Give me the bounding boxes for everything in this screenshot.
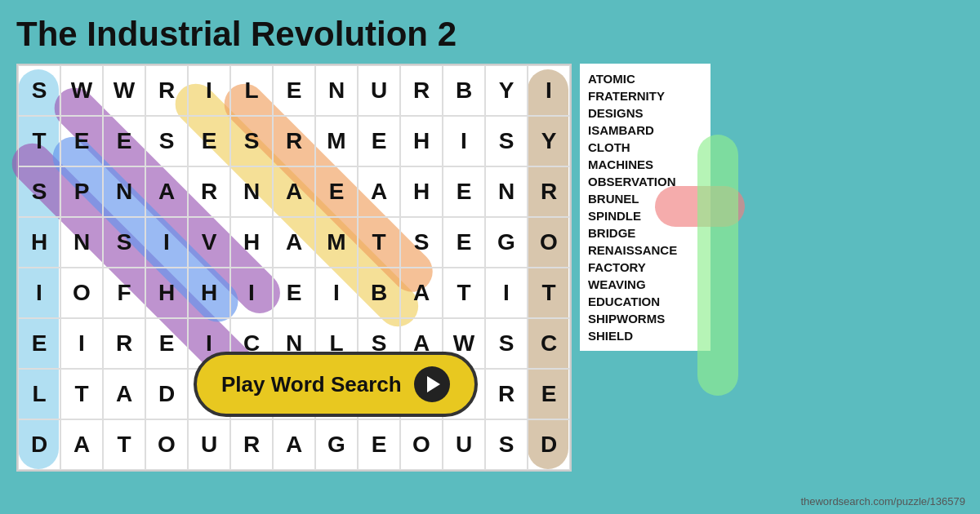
word-item-15: SHIELD — [588, 329, 702, 343]
cell-2-3: A — [145, 166, 188, 217]
cell-4-7: I — [315, 268, 358, 318]
word-item-4: CLOTH — [588, 140, 702, 154]
cell-6-12: E — [528, 369, 570, 419]
cell-7-2: T — [103, 419, 145, 470]
cell-4-6: E — [273, 268, 315, 318]
cell-7-4: U — [188, 419, 230, 470]
highlight-green-vertical — [697, 135, 738, 396]
cell-3-11: G — [485, 217, 528, 268]
word-item-5: MACHINES — [588, 157, 702, 171]
cell-3-8: T — [358, 217, 400, 268]
cell-1-4: E — [188, 116, 230, 166]
cell-6-3: D — [145, 369, 188, 419]
cell-4-4: H — [188, 268, 230, 318]
word-item-3: ISAMBARD — [588, 123, 702, 137]
footer-url: thewordsearch.com/puzzle/136579 — [800, 495, 965, 507]
cell-4-8: B — [358, 268, 400, 318]
cell-6-0: L — [18, 369, 60, 419]
cell-2-2: N — [103, 166, 145, 217]
cell-1-7: M — [315, 116, 358, 166]
cell-0-8: U — [358, 65, 400, 116]
cell-1-6: R — [273, 116, 315, 166]
cell-1-5: S — [230, 116, 273, 166]
cell-5-12: C — [528, 318, 570, 369]
cell-4-2: F — [103, 268, 145, 318]
cell-3-4: V — [188, 217, 230, 268]
cell-7-12: D — [528, 419, 570, 470]
cell-6-2: A — [103, 369, 145, 419]
cell-0-3: R — [145, 65, 188, 116]
cell-1-0: T — [18, 116, 60, 166]
content-area: S W W R I L E N U R B Y I T E E S E S R — [16, 64, 964, 472]
cell-0-9: R — [400, 65, 443, 116]
cell-0-4: I — [188, 65, 230, 116]
cell-3-7: M — [315, 217, 358, 268]
cell-7-7: G — [315, 419, 358, 470]
cell-1-8: E — [358, 116, 400, 166]
cell-2-4: R — [188, 166, 230, 217]
cell-5-2: R — [103, 318, 145, 369]
cell-4-9: A — [400, 268, 443, 318]
cell-3-6: A — [273, 217, 315, 268]
cell-7-0: D — [18, 419, 60, 470]
cell-0-12: I — [528, 65, 570, 116]
cell-3-10: E — [443, 217, 485, 268]
cell-3-0: H — [18, 217, 60, 268]
cell-7-11: S — [485, 419, 528, 470]
cta-button-label: Play Word Search — [221, 372, 402, 397]
cell-7-3: O — [145, 419, 188, 470]
cell-7-1: A — [60, 419, 103, 470]
cell-2-7: E — [315, 166, 358, 217]
cell-6-1: T — [60, 369, 103, 419]
cell-0-5: L — [230, 65, 273, 116]
cell-7-9: O — [400, 419, 443, 470]
cell-3-9: S — [400, 217, 443, 268]
main-container: The Industrial Revolution 2 S W W R I L … — [0, 0, 980, 514]
cell-4-10: T — [443, 268, 485, 318]
cell-2-1: P — [60, 166, 103, 217]
cell-3-1: N — [60, 217, 103, 268]
word-item-13: EDUCATION — [588, 295, 702, 308]
play-icon — [414, 366, 450, 402]
word-item-2: DESIGNS — [588, 106, 702, 120]
cell-0-1: W — [60, 65, 103, 116]
cell-2-5: N — [230, 166, 273, 217]
word-item-10: RENAISSANCE — [588, 243, 702, 257]
cell-0-2: W — [103, 65, 145, 116]
cell-1-3: S — [145, 116, 188, 166]
word-item-0: ATOMIC — [588, 72, 702, 86]
cell-0-7: N — [315, 65, 358, 116]
word-item-11: FACTORY — [588, 260, 702, 274]
cell-3-5: H — [230, 217, 273, 268]
word-item-14: SHIPWORMS — [588, 312, 702, 326]
cell-4-1: O — [60, 268, 103, 318]
cell-5-1: I — [60, 318, 103, 369]
play-word-search-button[interactable]: Play Word Search — [194, 352, 478, 417]
cell-2-12: R — [528, 166, 570, 217]
cell-1-2: E — [103, 116, 145, 166]
cell-4-0: I — [18, 268, 60, 318]
cell-1-12: Y — [528, 116, 570, 166]
page-title: The Industrial Revolution 2 — [16, 15, 964, 54]
cell-3-12: O — [528, 217, 570, 268]
cell-4-5: I — [230, 268, 273, 318]
cell-2-11: N — [485, 166, 528, 217]
cell-5-0: E — [18, 318, 60, 369]
cell-3-2: S — [103, 217, 145, 268]
cell-0-10: B — [443, 65, 485, 116]
cell-2-9: H — [400, 166, 443, 217]
cell-0-11: Y — [485, 65, 528, 116]
cell-7-6: A — [273, 419, 315, 470]
word-item-1: FRATERNITY — [588, 89, 702, 103]
cell-7-10: U — [443, 419, 485, 470]
cell-2-0: S — [18, 166, 60, 217]
cell-3-3: I — [145, 217, 188, 268]
cell-1-11: S — [485, 116, 528, 166]
cell-4-12: T — [528, 268, 570, 318]
cell-4-11: I — [485, 268, 528, 318]
cell-1-1: E — [60, 116, 103, 166]
word-item-9: BRIDGE — [588, 226, 702, 240]
cell-5-3: E — [145, 318, 188, 369]
cell-2-6: A — [273, 166, 315, 217]
cell-7-5: R — [230, 419, 273, 470]
